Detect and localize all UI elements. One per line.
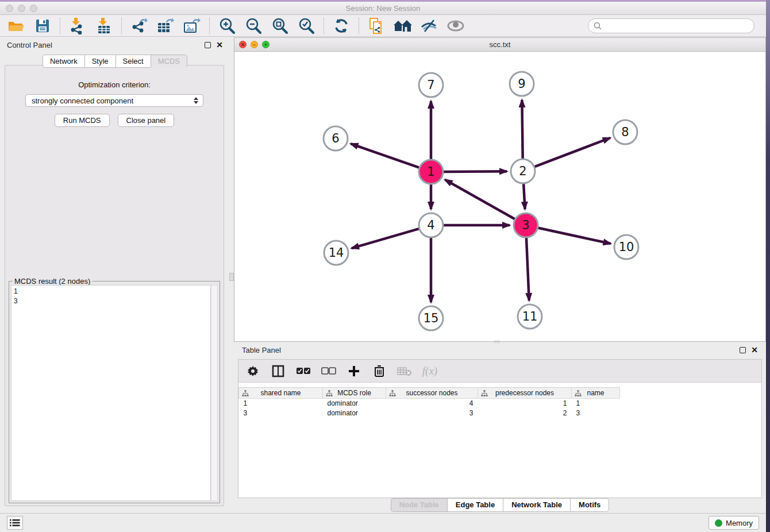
edge-3-1[interactable] xyxy=(445,180,516,220)
delete-table-button[interactable] xyxy=(396,363,413,379)
tab-network-table[interactable]: Network Table xyxy=(503,498,570,512)
window-traffic-lights[interactable] xyxy=(6,5,37,12)
network-maximize-icon[interactable]: + xyxy=(262,41,270,48)
cytoscape-window: Session: New Session xyxy=(0,2,766,532)
control-panel: Control Panel ✕ NetworkStyleSelectMCDS O… xyxy=(0,37,230,513)
show-all-button[interactable] xyxy=(444,16,467,36)
export-table-button[interactable] xyxy=(154,16,177,36)
column-header-predecessor-nodes[interactable]: predecessor nodes xyxy=(478,388,572,399)
open-session-button[interactable] xyxy=(5,16,28,36)
mcds-result-title: MCDS result (2 nodes) xyxy=(13,277,92,286)
toggle-column-view-button[interactable] xyxy=(270,363,287,379)
hide-selected-button[interactable] xyxy=(418,16,441,36)
table-cell[interactable]: 3 xyxy=(572,408,620,418)
result-scrollbar[interactable] xyxy=(211,285,218,501)
column-header-name[interactable]: name xyxy=(572,388,620,399)
network-minimize-icon[interactable]: − xyxy=(251,41,258,48)
refresh-button[interactable] xyxy=(330,16,353,36)
zoom-in-button[interactable] xyxy=(215,16,238,36)
delete-column-button[interactable] xyxy=(371,363,388,379)
table-cell[interactable]: 3 xyxy=(239,408,323,418)
node-label-1: 1 xyxy=(427,165,434,179)
node-label-14: 14 xyxy=(329,246,344,260)
column-header-successor-nodes[interactable]: successor nodes xyxy=(386,388,478,399)
table-cell[interactable]: 1 xyxy=(478,399,572,408)
zoom-fit-button[interactable] xyxy=(268,16,291,36)
edge-2-3[interactable] xyxy=(523,182,525,209)
deselect-all-columns-button[interactable] xyxy=(320,363,337,379)
close-table-panel-icon[interactable]: ✕ xyxy=(751,347,758,353)
close-panel-button[interactable]: Close panel xyxy=(118,114,175,127)
network-close-icon[interactable]: ✕ xyxy=(239,41,247,48)
export-image-button[interactable] xyxy=(180,16,203,36)
tab-select[interactable]: Select xyxy=(116,55,151,68)
create-column-button[interactable] xyxy=(345,363,363,379)
column-header-shared-name[interactable]: shared name xyxy=(239,388,323,399)
plus-icon xyxy=(348,365,360,377)
table-row[interactable]: 3dominator323 xyxy=(239,408,620,418)
tab-edge-table[interactable]: Edge Table xyxy=(447,498,503,512)
minimize-window-icon[interactable] xyxy=(18,5,25,12)
clone-network-button[interactable] xyxy=(365,16,388,36)
table-cell[interactable]: dominator xyxy=(323,408,386,418)
node-label-10: 10 xyxy=(619,240,634,254)
edge-2-8[interactable] xyxy=(533,138,610,167)
tab-style[interactable]: Style xyxy=(84,55,116,68)
toolbar-separator xyxy=(324,18,324,34)
zoom-out-button[interactable] xyxy=(242,16,265,36)
dropdown-selected-value: strongly connected component xyxy=(29,97,192,105)
panel-divider-grip[interactable] xyxy=(229,273,234,281)
edge-2-9[interactable] xyxy=(522,100,522,160)
task-history-button[interactable] xyxy=(7,516,23,530)
tab-network[interactable]: Network xyxy=(43,55,84,68)
edge-4-14[interactable] xyxy=(352,228,421,248)
clone-network-icon xyxy=(368,17,384,34)
network-view-window: ✕ − + scc.txt 7968124314101511 xyxy=(234,37,766,342)
import-network-button[interactable] xyxy=(66,16,89,36)
home-layout-button[interactable] xyxy=(391,16,414,36)
network-canvas[interactable]: 7968124314101511 xyxy=(234,52,765,341)
column-header-MCDS-role[interactable]: MCDS role xyxy=(323,388,386,399)
table-cell[interactable]: 1 xyxy=(239,399,323,408)
save-session-button[interactable] xyxy=(31,16,54,36)
mcds-result-text[interactable]: 1 3 xyxy=(11,285,211,501)
toolbar-separator xyxy=(60,18,60,34)
table-cell[interactable]: 4 xyxy=(386,399,478,408)
optimization-criterion-dropdown[interactable]: strongly connected component xyxy=(25,94,203,107)
search-input[interactable] xyxy=(605,22,749,30)
table-cell[interactable]: 2 xyxy=(478,408,572,418)
table-panel-tabs: Node TableEdge TableNetwork TableMotifs xyxy=(234,498,766,512)
edge-3-11[interactable] xyxy=(526,236,529,300)
control-panel-tabs: NetworkStyleSelectMCDS xyxy=(0,55,230,68)
table-row[interactable]: 1dominator411 xyxy=(239,399,620,408)
search-field[interactable] xyxy=(588,18,754,33)
table-cell[interactable]: dominator xyxy=(323,399,386,408)
gear-icon xyxy=(247,365,259,377)
close-window-icon[interactable] xyxy=(6,5,13,12)
float-table-panel-icon[interactable] xyxy=(740,347,746,353)
zoom-selected-button[interactable] xyxy=(295,16,318,36)
export-network-button[interactable] xyxy=(128,16,151,36)
table-settings-button[interactable] xyxy=(244,363,261,379)
network-window-titlebar[interactable]: ✕ − + scc.txt xyxy=(234,38,765,52)
memory-status-icon xyxy=(715,519,722,527)
network-graph[interactable]: 7968124314101511 xyxy=(234,52,765,341)
function-builder-button[interactable]: f(x) xyxy=(421,363,438,379)
edge-1-6[interactable] xyxy=(351,144,421,168)
float-panel-icon[interactable] xyxy=(205,42,211,48)
run-mcds-button[interactable]: Run MCDS xyxy=(55,114,110,127)
import-table-button[interactable] xyxy=(93,16,116,36)
table-cell[interactable]: 1 xyxy=(572,399,620,408)
memory-button[interactable]: Memory xyxy=(709,516,759,530)
zoom-window-icon[interactable] xyxy=(30,5,37,12)
node-table[interactable]: shared nameMCDS rolesuccessor nodesprede… xyxy=(238,387,620,418)
tab-node-table[interactable]: Node Table xyxy=(391,498,447,512)
close-panel-icon[interactable]: ✕ xyxy=(216,42,223,48)
select-all-columns-button[interactable] xyxy=(295,363,312,379)
mcds-result-group: MCDS result (2 nodes) 1 3 xyxy=(9,281,220,503)
table-cell[interactable]: 3 xyxy=(386,408,478,418)
edge-1-2[interactable] xyxy=(442,171,507,172)
tab-mcds[interactable]: MCDS xyxy=(151,55,187,68)
edge-3-10[interactable] xyxy=(537,228,611,244)
tab-motifs[interactable]: Motifs xyxy=(570,498,609,512)
